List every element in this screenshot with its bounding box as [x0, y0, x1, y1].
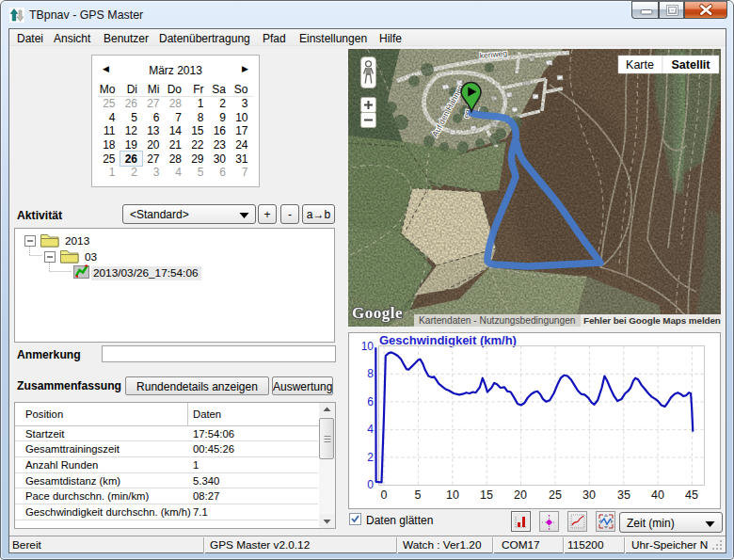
svg-text:Karte: Karte: [626, 58, 654, 72]
svg-text:Satellit: Satellit: [672, 58, 711, 72]
svg-text:Fehler bei Google Maps melden: Fehler bei Google Maps melden: [583, 315, 721, 326]
svg-text:Google: Google: [352, 304, 403, 322]
svg-text:Kartendaten - Nutzungsbedingun: Kartendaten - Nutzungsbedingungen: [419, 315, 576, 326]
